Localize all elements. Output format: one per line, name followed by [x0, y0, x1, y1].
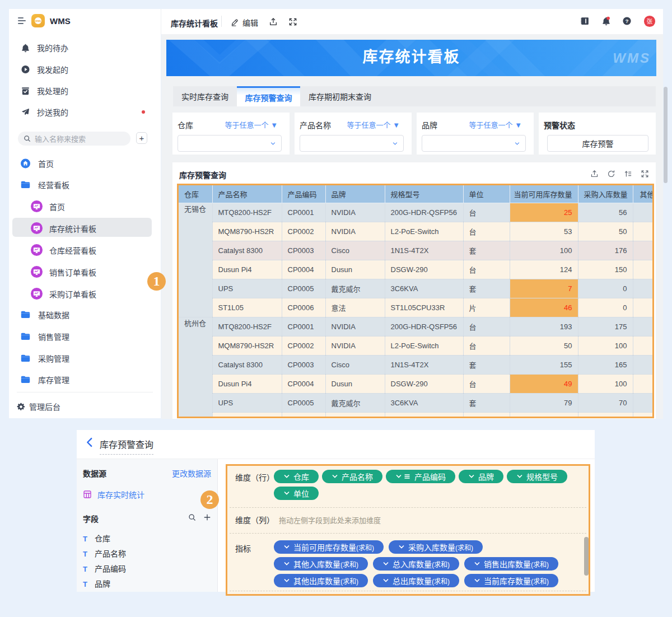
svg-text:张: 张 [647, 18, 653, 25]
svg-text:?: ? [626, 18, 629, 24]
